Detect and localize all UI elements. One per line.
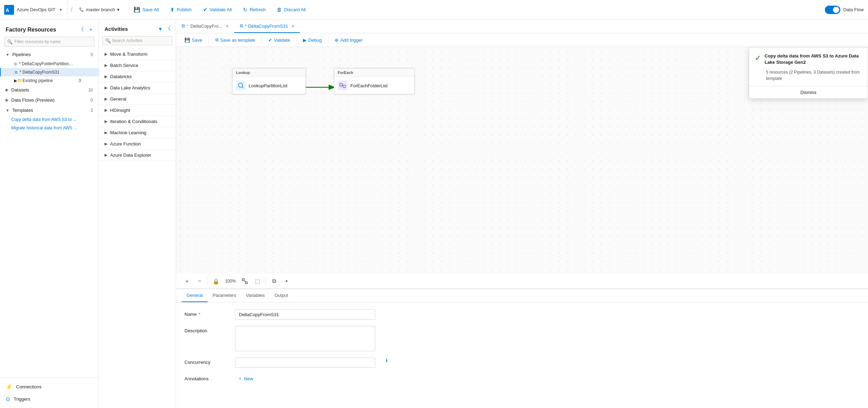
activity-group-machine-learning[interactable]: ▶ Machine Learning — [99, 127, 176, 138]
existing-pipeline-count: 3 — [79, 78, 81, 83]
fit-screen-icon-btn[interactable] — [240, 276, 250, 286]
zoom100-icon-btn[interactable]: 100% — [223, 276, 237, 286]
canvas-toolbar-sep3 — [296, 36, 297, 43]
properties-tabs: General Parameters Variables Output — [176, 289, 868, 302]
format-icon-btn[interactable]: ▪ — [281, 276, 292, 286]
dataflow-toggle[interactable] — [825, 6, 840, 14]
sidebar-item-dataflows[interactable]: ▶ Data Flows (Preview) 0 — [0, 95, 99, 105]
activity-group-move-transform[interactable]: ▶ Move & Transform — [99, 49, 176, 60]
canvas-save-button[interactable]: 💾 Save — [180, 36, 207, 45]
notification-title: Copy delta data from AWS S3 to Azure Dat… — [765, 53, 862, 66]
canvas-tab-1[interactable]: ⧉ * DeltaCopyFro... × — [176, 20, 234, 33]
activity-group-azure-function[interactable]: ▶ Azure Function — [99, 138, 176, 150]
sidebar-item-datasets[interactable]: ▶ Datasets 10 — [0, 85, 99, 95]
save-as-template-button[interactable]: ⧉ Save as template — [211, 35, 260, 45]
sidebar-item-templates[interactable]: ▼ Templates 2 — [0, 105, 99, 115]
activity-group-databricks[interactable]: ▶ Databricks — [99, 71, 176, 82]
activity-group-hdinsight[interactable]: ▶ HDInsight — [99, 105, 176, 116]
select-icon-btn[interactable]: ⬚ — [252, 276, 263, 286]
tab2-close-icon[interactable]: × — [291, 23, 294, 29]
remove-icon-btn[interactable]: − — [194, 276, 205, 286]
sidebar-existing-pipeline[interactable]: ▶ 📁 Existing pipeline 3 — [0, 76, 99, 85]
annotations-content: ＋ New — [235, 374, 256, 383]
validate-icon: ✔ — [268, 38, 272, 43]
sidebar-collapse-icon[interactable]: 《 — [78, 25, 85, 34]
activity-group-batch-service[interactable]: ▶ Batch Service — [99, 60, 176, 71]
refresh-button[interactable]: ↻ Refresh — [238, 5, 271, 15]
prop-tab-parameters[interactable]: Parameters — [208, 289, 241, 302]
canvas-toolbar-sep1 — [209, 36, 209, 43]
canvas-toolbar-sep2 — [262, 36, 262, 43]
pipeline-label-1: * DeltaCopyFolderPartitionFr... — [19, 61, 75, 66]
annotations-new-button[interactable]: ＋ New — [235, 374, 256, 383]
discard-all-button[interactable]: 🗑 Discard All — [272, 5, 310, 15]
iteration-conditionals-label: Iteration & Conditionals — [110, 119, 157, 124]
activities-collapse-btn[interactable]: ▾ — [158, 25, 162, 33]
activities-close-btn[interactable]: 《 — [164, 25, 171, 33]
existing-expand-icon: ▶ — [14, 78, 17, 83]
sidebar-pipeline-item-1[interactable]: ⧉ * DeltaCopyFolderPartitionFr... — [0, 60, 99, 68]
tab1-icon: ⧉ — [182, 23, 185, 29]
discard-all-icon: 🗑 — [277, 7, 282, 13]
svg-rect-9 — [343, 85, 345, 88]
templates-expand-icon: ▼ — [6, 108, 9, 113]
foreach-node[interactable]: ForEach ForEachFolderList — [334, 68, 415, 94]
activities-search-input[interactable] — [102, 36, 172, 45]
iteration-conditionals-expand-icon: ▶ — [105, 119, 107, 124]
lookup-node[interactable]: Lookup LookupPartitionList — [232, 68, 306, 94]
prop-tab-general[interactable]: General — [182, 289, 208, 302]
sidebar-triggers[interactable]: ⊙ Triggers — [0, 393, 99, 405]
prop-tab-output[interactable]: Output — [270, 289, 293, 302]
data-lake-analytics-expand-icon: ▶ — [105, 86, 107, 90]
notification-popup: ✓ Copy delta data from AWS S3 to Azure D… — [749, 47, 868, 99]
foreach-node-body: ForEachFolderList — [334, 77, 414, 94]
canvas-tab-2[interactable]: ⧉ * DeltaCopyFromS31 × — [234, 20, 300, 33]
sidebar-connections[interactable]: ⚡ Connections — [0, 381, 99, 393]
brand-dropdown-icon[interactable]: ▾ — [60, 7, 62, 12]
move-transform-expand-icon: ▶ — [105, 52, 107, 56]
activity-group-general[interactable]: ▶ General — [99, 94, 176, 105]
save-all-button[interactable]: 💾 Save All — [129, 5, 164, 15]
publish-button[interactable]: ⬆ Publish — [165, 5, 197, 15]
tab1-close-icon[interactable]: × — [226, 23, 229, 29]
top-toolbar: A Azure DevOps GIT ▾ / master branch ▾ 💾… — [0, 0, 868, 20]
svg-text:A: A — [6, 7, 9, 13]
prop-tab-variables[interactable]: Variables — [241, 289, 269, 302]
sidebar-item-pipelines[interactable]: ▼ Pipelines 5 — [0, 49, 99, 60]
canvas-validate-button[interactable]: ✔ Validate — [264, 36, 294, 45]
description-label: Description — [184, 326, 227, 333]
validate-all-button[interactable]: ✔ Validate All — [198, 5, 237, 15]
sidebar-pipeline-item-2[interactable]: ⧉ * DeltaCopyFromS31 — [0, 68, 99, 76]
pipeline-canvas: Lookup LookupPartitionList — [176, 47, 868, 274]
publish-icon: ⬆ — [170, 7, 175, 13]
add-icon-btn[interactable]: ＋ — [182, 276, 192, 286]
datasets-expand-icon: ▶ — [6, 88, 8, 92]
sidebar-add-icon[interactable]: ＋ — [87, 25, 94, 34]
lookup-node-label: LookupPartitionList — [249, 83, 288, 88]
layout-icon-btn[interactable]: ⧉ — [269, 276, 279, 286]
branch-selector[interactable]: master branch ▾ — [75, 6, 123, 14]
hdinsight-expand-icon: ▶ — [105, 108, 107, 113]
activity-group-iteration-conditionals[interactable]: ▶ Iteration & Conditionals — [99, 116, 176, 127]
add-trigger-button[interactable]: ⊕ Add trigger — [330, 36, 367, 45]
databricks-expand-icon: ▶ — [105, 74, 107, 79]
activity-group-azure-data-explorer[interactable]: ▶ Azure Data Explorer — [99, 150, 176, 161]
lock-icon-btn[interactable]: 🔒 — [211, 276, 221, 286]
annotations-new-label: New — [244, 376, 253, 381]
template-item-2[interactable]: Migrate historical data from AWS ... — [0, 124, 99, 132]
notification-dismiss-button[interactable]: Dismiss — [749, 86, 868, 98]
concurrency-info-icon[interactable]: ℹ — [386, 358, 388, 363]
canvas-tabs: ⧉ * DeltaCopyFro... × ⧉ * DeltaCopyFromS… — [176, 20, 868, 33]
activity-group-data-lake-analytics[interactable]: ▶ Data Lake Analytics — [99, 82, 176, 94]
notification-body: 5 resources (2 Pipelines, 3 Datasets) cr… — [749, 69, 868, 86]
name-input[interactable] — [235, 310, 375, 320]
prop-content: Name * Description Concurrency ℹ Annotat… — [176, 302, 868, 390]
sidebar-search-input[interactable] — [4, 37, 94, 47]
debug-button[interactable]: ▶ Debug — [299, 36, 326, 45]
concurrency-input[interactable] — [235, 358, 375, 368]
description-input[interactable] — [235, 326, 375, 351]
template-item-1[interactable]: Copy delta data from AWS S3 to ... — [0, 115, 99, 124]
azure-data-explorer-expand-icon: ▶ — [105, 153, 107, 157]
azure-icon: A — [4, 5, 14, 15]
icon-sep-1 — [208, 278, 208, 285]
